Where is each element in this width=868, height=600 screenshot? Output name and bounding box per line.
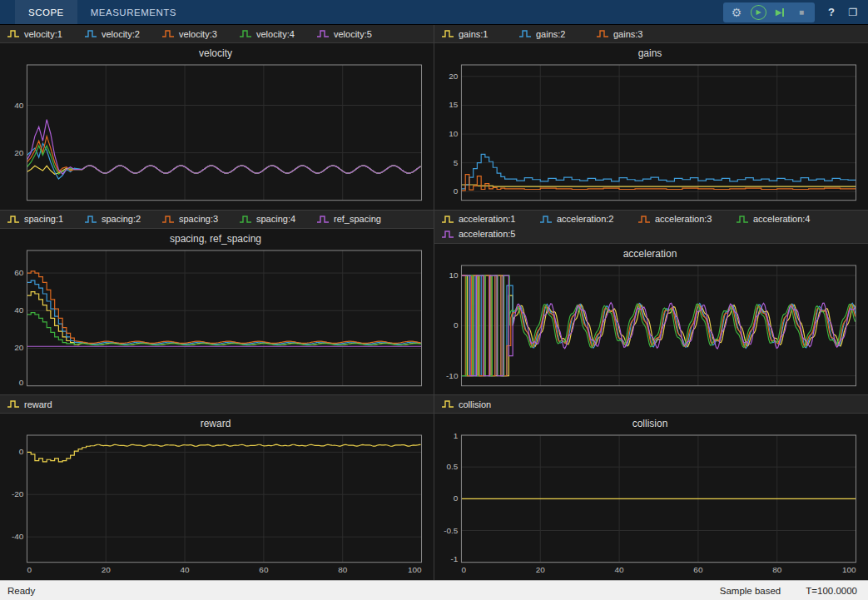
- legend-item-acceleration:3[interactable]: acceleration:3: [637, 212, 736, 226]
- chart-reward[interactable]: -40-200020406080100: [2, 431, 429, 577]
- legend-item-velocity:2[interactable]: velocity:2: [84, 27, 161, 41]
- legend-item-ref_spacing[interactable]: ref_spacing: [316, 212, 394, 226]
- status-sample-mode: Sample based: [720, 586, 781, 596]
- tab-measurements[interactable]: MEASUREMENTS: [77, 0, 190, 24]
- svg-text:100: 100: [408, 565, 422, 574]
- legend-item-acceleration:4[interactable]: acceleration:4: [736, 212, 834, 226]
- plot-grid: velocity:1velocity:2velocity:3velocity:4…: [0, 24, 868, 580]
- legend-label: velocity:4: [256, 29, 295, 39]
- tab-scope[interactable]: SCOPE: [15, 0, 77, 24]
- legend-label: gains:1: [459, 29, 488, 39]
- run-glyph: ▶: [751, 5, 766, 20]
- svg-text:-20: -20: [12, 490, 24, 499]
- legend-item-velocity:4[interactable]: velocity:4: [239, 27, 316, 41]
- step-forward-icon[interactable]: ▶: [770, 3, 790, 22]
- legend-item-gains:2[interactable]: gains:2: [518, 27, 596, 41]
- section-reward: rewardreward-40-200020406080100: [0, 395, 434, 580]
- svg-text:60: 60: [693, 565, 703, 574]
- svg-text:60: 60: [259, 565, 269, 574]
- legend-item-spacing:2[interactable]: spacing:2: [84, 212, 161, 226]
- legend-acceleration: acceleration:1acceleration:2acceleration…: [434, 211, 868, 244]
- legend-item-reward[interactable]: reward: [7, 397, 84, 411]
- legend-item-velocity:1[interactable]: velocity:1: [7, 27, 84, 41]
- dock-icon[interactable]: ❐: [843, 3, 863, 22]
- legend-item-spacing:3[interactable]: spacing:3: [161, 212, 239, 226]
- svg-text:40: 40: [615, 565, 625, 574]
- svg-text:80: 80: [772, 565, 782, 574]
- legend-glyph-velocity:4: [239, 29, 252, 38]
- svg-text:40: 40: [14, 305, 24, 315]
- legend-label: acceleration:1: [459, 214, 516, 224]
- help-icon[interactable]: ?: [821, 3, 841, 22]
- svg-text:0: 0: [454, 320, 459, 330]
- legend-label: velocity:5: [334, 29, 372, 39]
- section-gains: gains:1gains:2gains:3gains05101520: [434, 25, 868, 211]
- legend-glyph-gains:1: [441, 29, 454, 38]
- legend-glyph-gains:3: [596, 29, 609, 38]
- legend-item-acceleration:5[interactable]: acceleration:5: [441, 227, 539, 241]
- legend-item-velocity:5[interactable]: velocity:5: [316, 27, 394, 41]
- svg-text:0: 0: [27, 565, 32, 574]
- chart-panel-spacing: spacing, ref_spacing0204060: [0, 229, 434, 395]
- series-gains:2: [461, 154, 856, 189]
- svg-text:20: 20: [14, 343, 24, 352]
- legend-item-velocity:3[interactable]: velocity:3: [161, 27, 239, 41]
- legend-item-spacing:4[interactable]: spacing:4: [239, 212, 316, 226]
- legend-label: acceleration:3: [655, 214, 712, 224]
- chart-title-velocity: velocity: [2, 45, 429, 61]
- svg-text:0: 0: [19, 448, 24, 457]
- run-icon[interactable]: ▶: [748, 3, 768, 22]
- svg-text:20: 20: [14, 148, 24, 157]
- section-acceleration: acceleration:1acceleration:2acceleration…: [434, 211, 868, 396]
- simulation-settings-icon[interactable]: ⚙: [727, 3, 746, 22]
- svg-text:-40: -40: [12, 532, 24, 541]
- series-reward: [27, 445, 420, 463]
- svg-text:-1: -1: [451, 554, 459, 563]
- legend-reward: reward: [0, 395, 434, 414]
- series-velocity:5: [27, 120, 420, 175]
- chart-velocity[interactable]: 2040: [2, 61, 429, 206]
- legend-label: velocity:2: [102, 29, 140, 39]
- legend-glyph-acceleration:3: [637, 215, 651, 224]
- legend-label: collision: [459, 399, 491, 409]
- legend-gains: gains:1gains:2gains:3: [434, 25, 868, 43]
- svg-text:20: 20: [102, 565, 112, 574]
- right-column: gains:1gains:2gains:3gains05101520accele…: [434, 25, 868, 580]
- status-sim-time: T=100.0000: [806, 586, 857, 596]
- legend-label: acceleration:4: [753, 214, 811, 224]
- svg-text:0: 0: [454, 186, 459, 196]
- chart-gains[interactable]: 05101520: [436, 61, 864, 206]
- chart-spacing[interactable]: 0204060: [2, 246, 429, 392]
- legend-item-acceleration:2[interactable]: acceleration:2: [539, 212, 637, 226]
- svg-text:-0.5: -0.5: [444, 526, 459, 535]
- legend-glyph-acceleration:2: [539, 215, 553, 224]
- stop-icon[interactable]: ■: [791, 3, 811, 22]
- svg-text:0: 0: [454, 494, 459, 503]
- status-right: Sample based T=100.0000: [720, 586, 861, 596]
- series-velocity:2: [27, 143, 420, 179]
- legend-glyph-spacing:4: [239, 215, 252, 224]
- chart-title-spacing: spacing, ref_spacing: [2, 231, 429, 246]
- legend-item-acceleration:1[interactable]: acceleration:1: [441, 212, 539, 226]
- chart-panel-gains: gains05101520: [434, 43, 868, 210]
- chart-panel-velocity: velocity2040: [0, 43, 434, 210]
- legend-label: gains:2: [536, 29, 565, 39]
- chart-collision[interactable]: 10.50-0.5-1020406080100: [436, 431, 864, 577]
- chart-panel-acceleration: acceleration-10010: [434, 244, 868, 395]
- legend-item-collision[interactable]: collision: [441, 397, 518, 411]
- legend-label: velocity:1: [24, 29, 62, 39]
- legend-glyph-spacing:1: [7, 215, 20, 224]
- left-column: velocity:1velocity:2velocity:3velocity:4…: [0, 25, 434, 580]
- chart-acceleration[interactable]: -10010: [436, 261, 864, 392]
- series-velocity:3: [27, 136, 420, 174]
- legend-glyph-velocity:2: [84, 29, 97, 38]
- legend-item-gains:3[interactable]: gains:3: [596, 27, 673, 41]
- legend-spacing: spacing:1spacing:2spacing:3spacing:4ref_…: [0, 211, 434, 229]
- status-text: Ready: [7, 586, 35, 596]
- chart-title-acceleration: acceleration: [436, 245, 864, 261]
- legend-item-spacing:1[interactable]: spacing:1: [7, 212, 84, 226]
- svg-text:1: 1: [454, 431, 459, 440]
- legend-label: acceleration:5: [459, 229, 516, 239]
- legend-label: spacing:3: [179, 214, 218, 224]
- legend-item-gains:1[interactable]: gains:1: [441, 27, 518, 41]
